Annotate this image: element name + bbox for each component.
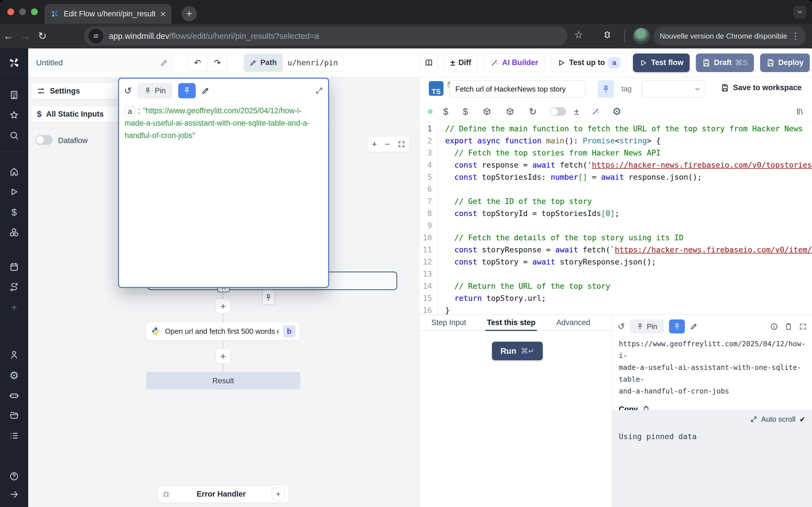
maximize-window-button[interactable] [31,8,38,15]
new-tab-button[interactable]: + [182,6,197,21]
sidebar-item-help[interactable] [0,471,28,481]
tab-step-input[interactable]: Step Input [432,315,466,331]
step-summary-input[interactable] [449,80,585,98]
edit-pin-button[interactable] [201,87,210,95]
tab-close-icon[interactable]: × [160,9,166,18]
pin-tab[interactable]: Pin [137,83,172,98]
browser-menu-icon[interactable]: ⋮ [791,32,800,40]
result-pin-active-button[interactable] [669,320,685,334]
editor-toggle[interactable] [550,107,566,116]
site-settings-icon[interactable] [89,29,103,43]
docs-button[interactable] [420,54,438,72]
insert-step-button[interactable]: + [215,298,231,314]
deploy-button[interactable]: Deploy [760,54,810,72]
sidebar-item-variables[interactable]: $ [0,207,28,217]
flow-node-result[interactable]: Result [146,372,300,390]
sidebar-item-settings[interactable]: ⚙ [0,370,28,381]
sidebar-item-favorites[interactable] [0,110,28,120]
chrome-update-button[interactable]: Nouvelle version de Chrome disponible ⋮ [654,26,806,46]
bookmark-star-icon[interactable]: ☆ [574,30,583,40]
code-line[interactable]: 14 // Return the URL of the top story [419,280,812,292]
code-editor[interactable]: 1// Define the main function to fetch th… [419,122,812,315]
sidebar-item-resources[interactable] [0,228,28,237]
ai-wand-button[interactable] [592,107,600,116]
sidebar-item-add[interactable]: + [0,302,28,313]
back-button[interactable]: ← [0,31,17,41]
forward-button[interactable]: → [17,31,34,41]
variables-button[interactable]: $ [443,107,448,116]
code-line[interactable]: 9 [419,219,812,231]
node-pin-badge[interactable] [262,290,275,305]
fit-view-button[interactable] [398,140,405,148]
code-line[interactable]: 1// Define the main function to fetch th… [419,122,812,135]
path-value[interactable]: u/henri/pin [283,54,343,71]
draft-button[interactable]: Draft⌘S [696,54,754,72]
redo-button[interactable]: ↷ [207,54,227,71]
windmill-logo-icon[interactable] [0,56,28,69]
code-line[interactable]: 10 // Fetch the details of the top story… [419,231,812,244]
sidebar-item-logs[interactable] [0,431,28,441]
code-line[interactable]: 7 // Get the ID of the top story [419,195,812,207]
zoom-out-button[interactable]: − [385,140,390,149]
auto-scroll-label[interactable]: Auto scroll [761,415,795,424]
expand-popup-button[interactable] [315,87,323,95]
sidebar-collapse-button[interactable] [0,490,28,499]
sidebar-item-home[interactable] [0,167,28,176]
diff-code-button[interactable]: ± [574,107,579,116]
flow-canvas[interactable]: Settings $ All Static Inputs Dataflow + … [28,77,419,507]
expand-logs-icon[interactable] [750,416,757,423]
ai-builder-button[interactable]: AI Builder [484,54,545,72]
code-line[interactable]: 8 const topStoryId = topStoriesIds[0]; [419,207,812,219]
library-panel-button[interactable] [796,107,804,116]
sidebar-item-folders[interactable] [0,411,28,420]
sidebar-item-schedules[interactable] [0,262,28,272]
sidebar-item-workers[interactable] [0,390,28,400]
flow-node-error-handler[interactable]: Error Handler + [158,485,289,503]
diff-button[interactable]: ±Diff [444,54,477,72]
sidebar-item-workspace[interactable] [0,90,28,100]
history-icon[interactable]: ↺ [618,322,625,331]
run-button[interactable]: Run ⌘↵ [492,342,543,360]
code-line[interactable]: 13 [419,268,812,280]
flow-node-step-b[interactable]: Open url and fetch first 500 words of ..… [146,322,300,341]
result-pin-tab[interactable]: Pin [630,320,664,334]
pin-active-button[interactable] [178,83,196,98]
undo-button[interactable]: ↶ [188,54,207,71]
tab-advanced[interactable]: Advanced [556,315,590,331]
tab-test-this-step[interactable]: Test this step [487,315,536,331]
reload-code-button[interactable]: ↻ [529,107,537,116]
package-icon[interactable] [483,107,491,116]
path-edit-button[interactable]: Path [244,54,283,71]
code-line[interactable]: 6 [419,183,812,195]
add-error-handler-button[interactable]: + [272,488,285,501]
test-flow-button[interactable]: Test flow [633,54,690,72]
sidebar-item-users[interactable] [0,350,28,359]
code-line[interactable]: 4 const response = await fetch('https://… [419,159,812,171]
extensions-icon[interactable] [602,31,612,42]
info-icon[interactable] [770,323,778,330]
minimize-window-button[interactable] [19,8,26,15]
code-line[interactable]: 2export async function main(): Promise<s… [419,135,812,147]
code-line[interactable]: 12 const topStory = await storyResponse.… [419,256,812,268]
step-pin-button[interactable] [598,80,614,98]
code-line[interactable]: 15 return topStory.url; [419,292,812,304]
sidebar-item-routes[interactable] [0,282,28,292]
sidebar-item-search[interactable] [0,131,28,140]
code-line[interactable]: 11 const storyResponse = await fetch(`ht… [419,244,812,256]
tag-select[interactable] [642,80,705,98]
tab-search-button[interactable] [794,6,806,18]
browser-tab[interactable]: Edit Flow u/henri/pin_results × [45,4,171,24]
fullscreen-icon[interactable] [799,323,807,330]
save-to-workspace-button[interactable]: Save to workspace [721,83,802,92]
sidebar-item-runs[interactable] [0,187,28,196]
clipboard-icon[interactable] [784,323,792,330]
resources-button[interactable]: $ [463,107,468,116]
editor-settings-button[interactable]: ⚙ [612,107,621,117]
history-icon[interactable]: ↺ [124,86,132,95]
address-bar[interactable]: app.windmill.dev/flows/edit/u/henri/pin_… [84,26,567,46]
edit-result-pin-button[interactable] [690,323,698,330]
code-line[interactable]: 3 // Fetch the top stories from Hacker N… [419,147,812,159]
code-line[interactable]: 5 const topStoriesIds: number[] = await … [419,171,812,183]
dataflow-toggle[interactable] [35,135,53,145]
close-window-button[interactable] [7,8,14,15]
